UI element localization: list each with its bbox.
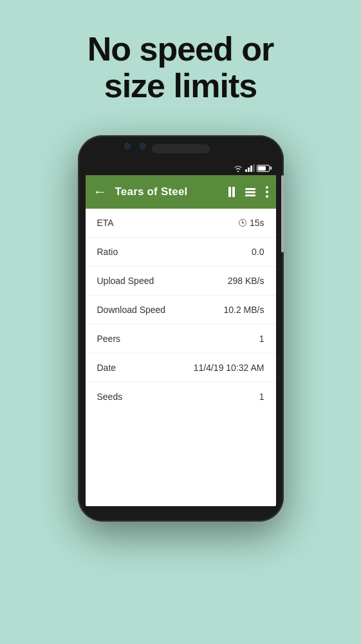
app-toolbar: ← Tears of Steel xyxy=(86,175,276,209)
table-row: ETA15s xyxy=(86,209,276,238)
list-line-3 xyxy=(245,194,255,196)
row-label: Upload Speed xyxy=(97,276,154,286)
toolbar-icons xyxy=(228,186,268,198)
more-dot-3 xyxy=(266,195,268,198)
row-value: 0.0 xyxy=(252,247,264,257)
row-value: 298 KB/s xyxy=(228,276,264,286)
camera-dot-right xyxy=(140,143,146,149)
signal-bar-2 xyxy=(248,167,250,172)
scroll-indicator xyxy=(281,175,284,252)
row-value: 11/4/19 10:32 AM xyxy=(194,363,264,373)
signal-bar-1 xyxy=(245,169,247,172)
row-label: Peers xyxy=(97,334,121,344)
camera-dot-left xyxy=(124,143,131,149)
row-label: Seeds xyxy=(97,392,123,402)
headline-line2: size limits xyxy=(104,67,257,104)
list-line-2 xyxy=(245,191,255,193)
list-line-1 xyxy=(245,188,255,190)
headline-line1: No speed or xyxy=(88,30,274,68)
headline: No speed or size limits xyxy=(62,31,300,104)
row-value-text: 0.0 xyxy=(252,247,264,257)
pause-bar-left xyxy=(228,187,231,197)
signal-bar-4 xyxy=(253,164,255,172)
row-value-text: 15s xyxy=(250,218,264,228)
table-row: Date11/4/19 10:32 AM xyxy=(86,354,276,383)
pause-button[interactable] xyxy=(228,187,235,197)
table-row: Seeds1 xyxy=(86,383,276,411)
row-label: Ratio xyxy=(97,247,118,257)
row-value-text: 11/4/19 10:32 AM xyxy=(194,363,264,373)
battery-fill xyxy=(258,166,266,171)
more-dot-1 xyxy=(266,186,268,189)
wifi-icon xyxy=(233,164,243,172)
row-label: ETA xyxy=(97,218,114,228)
phone-shell: ← Tears of Steel xyxy=(78,135,284,522)
row-value: 1 xyxy=(259,392,264,402)
table-row: Download Speed10.2 MB/s xyxy=(86,296,276,325)
camera-dots xyxy=(124,143,146,149)
row-value-text: 1 xyxy=(259,334,264,344)
list-button[interactable] xyxy=(245,188,255,196)
signal-icon xyxy=(245,164,255,172)
row-value: 15s xyxy=(239,218,264,228)
battery-icon xyxy=(257,165,270,172)
back-button[interactable]: ← xyxy=(93,185,107,199)
more-button[interactable] xyxy=(266,186,268,198)
row-value-text: 10.2 MB/s xyxy=(223,305,264,315)
row-label: Download Speed xyxy=(97,305,166,315)
row-label: Date xyxy=(97,363,116,373)
app-content: ← Tears of Steel xyxy=(86,175,276,506)
row-value: 10.2 MB/s xyxy=(223,305,264,315)
more-dot-2 xyxy=(266,191,268,193)
table-row: Upload Speed298 KB/s xyxy=(86,267,276,296)
table-row: Peers1 xyxy=(86,325,276,354)
toolbar-title: Tears of Steel xyxy=(115,185,223,198)
status-icons xyxy=(233,164,270,172)
pause-bar-right xyxy=(232,187,235,197)
row-value-text: 1 xyxy=(259,392,264,402)
row-value-text: 298 KB/s xyxy=(228,276,264,286)
clock-icon xyxy=(239,219,246,227)
info-rows: ETA15sRatio0.0Upload Speed298 KB/sDownlo… xyxy=(86,209,276,411)
row-value: 1 xyxy=(259,334,264,344)
signal-bar-3 xyxy=(250,166,252,172)
camera-bar xyxy=(152,144,210,153)
status-bar xyxy=(86,161,276,175)
table-row: Ratio0.0 xyxy=(86,238,276,267)
phone-mockup: ← Tears of Steel xyxy=(78,135,284,522)
